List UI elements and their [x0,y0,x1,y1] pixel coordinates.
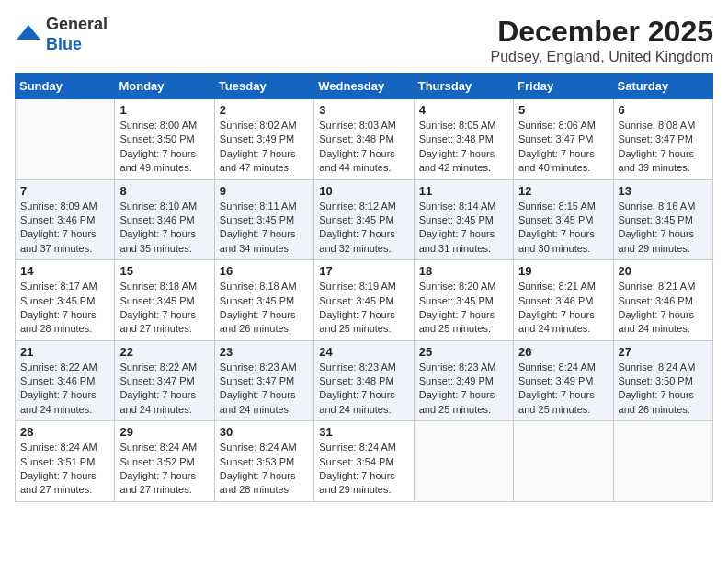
cell-info: Sunrise: 8:23 AM Sunset: 3:48 PM Dayligh… [319,361,408,418]
day-number: 7 [20,184,109,198]
day-number: 19 [518,264,608,278]
calendar-cell: 9Sunrise: 8:11 AM Sunset: 3:45 PM Daylig… [214,179,313,260]
day-number: 4 [419,103,508,117]
day-number: 20 [619,264,708,278]
cell-info: Sunrise: 8:12 AM Sunset: 3:45 PM Dayligh… [319,200,408,257]
day-number: 31 [319,425,408,439]
cell-info: Sunrise: 8:09 AM Sunset: 3:46 PM Dayligh… [20,200,109,257]
cell-info: Sunrise: 8:24 AM Sunset: 3:52 PM Dayligh… [119,441,209,498]
cell-info: Sunrise: 8:21 AM Sunset: 3:46 PM Dayligh… [619,280,708,337]
day-number: 9 [220,184,309,198]
day-number: 27 [619,345,708,359]
calendar-cell: 24Sunrise: 8:23 AM Sunset: 3:48 PM Dayli… [314,340,414,421]
cell-info: Sunrise: 8:22 AM Sunset: 3:47 PM Dayligh… [119,361,209,418]
calendar-table: SundayMondayTuesdayWednesdayThursdayFrid… [15,73,713,502]
calendar-week-row: 7Sunrise: 8:09 AM Sunset: 3:46 PM Daylig… [16,179,713,260]
calendar-cell: 11Sunrise: 8:14 AM Sunset: 3:45 PM Dayli… [414,179,513,260]
day-number: 16 [220,264,309,278]
calendar-cell: 19Sunrise: 8:21 AM Sunset: 3:46 PM Dayli… [514,260,613,341]
calendar-cell: 13Sunrise: 8:16 AM Sunset: 3:45 PM Dayli… [613,179,712,260]
day-number: 2 [220,103,309,117]
day-number: 29 [119,425,209,439]
day-number: 11 [419,184,508,198]
calendar-cell: 4Sunrise: 8:05 AM Sunset: 3:48 PM Daylig… [414,99,513,180]
calendar-cell: 27Sunrise: 8:24 AM Sunset: 3:50 PM Dayli… [613,340,712,421]
title-block: December 2025 Pudsey, England, United Ki… [490,15,713,65]
calendar-cell: 30Sunrise: 8:24 AM Sunset: 3:53 PM Dayli… [214,421,313,502]
header-day: Monday [115,74,214,99]
calendar-cell: 20Sunrise: 8:21 AM Sunset: 3:46 PM Dayli… [613,260,712,341]
day-number: 6 [619,103,708,117]
cell-info: Sunrise: 8:18 AM Sunset: 3:45 PM Dayligh… [119,280,209,337]
calendar-cell: 14Sunrise: 8:17 AM Sunset: 3:45 PM Dayli… [16,260,115,341]
calendar-week-row: 21Sunrise: 8:22 AM Sunset: 3:46 PM Dayli… [16,340,713,421]
header-day: Saturday [613,74,712,99]
calendar-cell [16,99,115,180]
page-header: General Blue December 2025 Pudsey, Engla… [15,15,713,65]
header-day: Thursday [414,74,513,99]
logo-general: General [46,15,108,33]
day-number: 13 [619,184,708,198]
calendar-cell: 17Sunrise: 8:19 AM Sunset: 3:45 PM Dayli… [314,260,414,341]
cell-info: Sunrise: 8:15 AM Sunset: 3:45 PM Dayligh… [518,200,608,257]
day-number: 3 [319,103,408,117]
cell-info: Sunrise: 8:23 AM Sunset: 3:47 PM Dayligh… [220,361,309,418]
cell-info: Sunrise: 8:24 AM Sunset: 3:51 PM Dayligh… [20,441,109,498]
header-day: Wednesday [314,74,414,99]
day-number: 8 [119,184,209,198]
header-day: Friday [514,74,613,99]
svg-marker-0 [17,25,40,40]
calendar-cell [514,421,613,502]
logo-icon [15,21,42,49]
calendar-week-row: 14Sunrise: 8:17 AM Sunset: 3:45 PM Dayli… [16,260,713,341]
day-number: 30 [220,425,309,439]
cell-info: Sunrise: 8:17 AM Sunset: 3:45 PM Dayligh… [20,280,109,337]
cell-info: Sunrise: 8:03 AM Sunset: 3:48 PM Dayligh… [319,119,408,176]
cell-info: Sunrise: 8:05 AM Sunset: 3:48 PM Dayligh… [419,119,508,176]
cell-info: Sunrise: 8:21 AM Sunset: 3:46 PM Dayligh… [518,280,608,337]
calendar-cell: 28Sunrise: 8:24 AM Sunset: 3:51 PM Dayli… [16,421,115,502]
cell-info: Sunrise: 8:20 AM Sunset: 3:45 PM Dayligh… [419,280,508,337]
calendar-cell: 31Sunrise: 8:24 AM Sunset: 3:54 PM Dayli… [314,421,414,502]
day-number: 23 [220,345,309,359]
cell-info: Sunrise: 8:24 AM Sunset: 3:54 PM Dayligh… [319,441,408,498]
cell-info: Sunrise: 8:02 AM Sunset: 3:49 PM Dayligh… [220,119,309,176]
header-day: Tuesday [214,74,313,99]
calendar-cell [414,421,513,502]
calendar-cell: 12Sunrise: 8:15 AM Sunset: 3:45 PM Dayli… [514,179,613,260]
logo-blue: Blue [46,35,82,53]
calendar-cell: 18Sunrise: 8:20 AM Sunset: 3:45 PM Dayli… [414,260,513,341]
calendar-cell: 1Sunrise: 8:00 AM Sunset: 3:50 PM Daylig… [115,99,214,180]
day-number: 5 [518,103,608,117]
cell-info: Sunrise: 8:24 AM Sunset: 3:49 PM Dayligh… [518,361,608,418]
logo-text: General Blue [46,15,108,54]
calendar-cell: 5Sunrise: 8:06 AM Sunset: 3:47 PM Daylig… [514,99,613,180]
cell-info: Sunrise: 8:22 AM Sunset: 3:46 PM Dayligh… [20,361,109,418]
cell-info: Sunrise: 8:19 AM Sunset: 3:45 PM Dayligh… [319,280,408,337]
cell-info: Sunrise: 8:10 AM Sunset: 3:46 PM Dayligh… [119,200,209,257]
day-number: 21 [20,345,109,359]
cell-info: Sunrise: 8:14 AM Sunset: 3:45 PM Dayligh… [419,200,508,257]
cell-info: Sunrise: 8:23 AM Sunset: 3:49 PM Dayligh… [419,361,508,418]
calendar-cell: 21Sunrise: 8:22 AM Sunset: 3:46 PM Dayli… [16,340,115,421]
calendar-cell: 22Sunrise: 8:22 AM Sunset: 3:47 PM Dayli… [115,340,214,421]
day-number: 17 [319,264,408,278]
calendar-cell [613,421,712,502]
calendar-week-row: 28Sunrise: 8:24 AM Sunset: 3:51 PM Dayli… [16,421,713,502]
calendar-cell: 23Sunrise: 8:23 AM Sunset: 3:47 PM Dayli… [214,340,313,421]
calendar-cell: 7Sunrise: 8:09 AM Sunset: 3:46 PM Daylig… [16,179,115,260]
day-number: 24 [319,345,408,359]
calendar-cell: 3Sunrise: 8:03 AM Sunset: 3:48 PM Daylig… [314,99,414,180]
day-number: 1 [119,103,209,117]
cell-info: Sunrise: 8:16 AM Sunset: 3:45 PM Dayligh… [619,200,708,257]
header-day: Sunday [16,74,115,99]
day-number: 22 [119,345,209,359]
calendar-cell: 26Sunrise: 8:24 AM Sunset: 3:49 PM Dayli… [514,340,613,421]
calendar-cell: 2Sunrise: 8:02 AM Sunset: 3:49 PM Daylig… [214,99,313,180]
logo: General Blue [15,15,108,54]
cell-info: Sunrise: 8:24 AM Sunset: 3:53 PM Dayligh… [220,441,309,498]
calendar-cell: 15Sunrise: 8:18 AM Sunset: 3:45 PM Dayli… [115,260,214,341]
calendar-cell: 8Sunrise: 8:10 AM Sunset: 3:46 PM Daylig… [115,179,214,260]
cell-info: Sunrise: 8:24 AM Sunset: 3:50 PM Dayligh… [619,361,708,418]
location: Pudsey, England, United Kingdom [490,49,713,65]
